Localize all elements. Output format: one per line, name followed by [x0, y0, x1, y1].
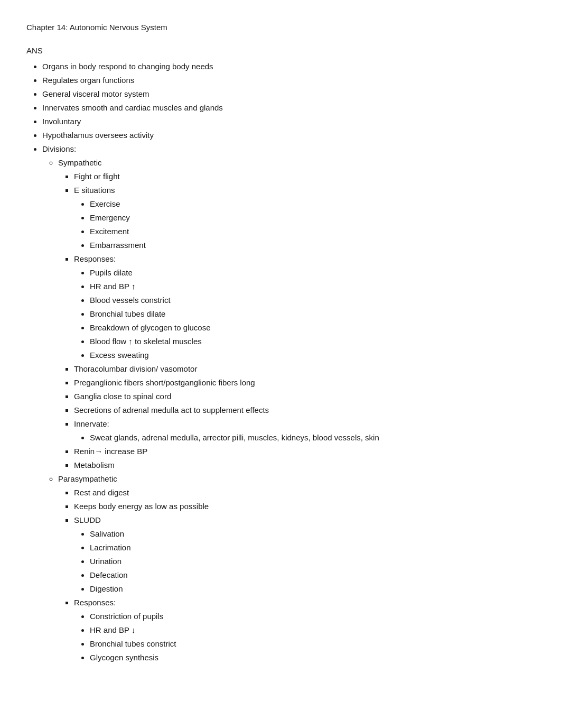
list-item: Hypothalamus oversees activity: [42, 129, 535, 142]
list-item: Organs in body respond to changing body …: [42, 60, 535, 73]
list-item: Glycogen synthesis: [90, 651, 535, 664]
list-item: Urination: [90, 555, 535, 568]
list-item: Ganglia close to spinal cord: [74, 390, 535, 403]
division-item: ParasympatheticRest and digestKeeps body…: [58, 473, 535, 664]
list-item: Responses:Pupils dilateHR and BP ↑Blood …: [74, 253, 535, 362]
list-item: General visceral motor system: [42, 88, 535, 100]
list-item: Fight or flight: [74, 170, 535, 183]
list-item: Secretions of adrenal medulla act to sup…: [74, 404, 535, 417]
section-label: ANS: [26, 44, 535, 57]
list-item: Sweat glands, adrenal medulla, arrector …: [90, 431, 535, 444]
list-item: SLUDDSalivationLacrimationUrinationDefec…: [74, 514, 535, 595]
page-title: Chapter 14: Autonomic Nervous System: [26, 21, 535, 34]
list-item: Renin→ increase BP: [74, 445, 535, 458]
ans-list: Organs in body respond to changing body …: [26, 60, 535, 664]
division-item: SympatheticFight or flightE situationsEx…: [58, 156, 535, 472]
list-item: Blood flow ↑ to skeletal muscles: [90, 335, 535, 348]
list-item: Constriction of pupils: [90, 610, 535, 623]
list-item: Preganglionic fibers short/postganglioni…: [74, 376, 535, 389]
list-item: HR and BP ↑: [90, 280, 535, 293]
list-item: Lacrimation: [90, 541, 535, 554]
list-item: Excitement: [90, 225, 535, 238]
list-item: Blood vessels constrict: [90, 294, 535, 307]
list-item: Rest and digest: [74, 486, 535, 499]
list-item: Keeps body energy as low as possible: [74, 500, 535, 513]
list-item: Innervates smooth and cardiac muscles an…: [42, 102, 535, 114]
list-item: Bronchial tubes constrict: [90, 638, 535, 650]
list-item: Divisions:SympatheticFight or flightE si…: [42, 143, 535, 664]
list-item: Involuntary: [42, 115, 535, 128]
list-item: Metabolism: [74, 459, 535, 472]
list-item: Thoracolumbar division/ vasomotor: [74, 363, 535, 375]
list-item: Regulates organ functions: [42, 74, 535, 87]
list-item: Emergency: [90, 211, 535, 224]
list-item: Defecation: [90, 569, 535, 582]
list-item: Excess sweating: [90, 349, 535, 362]
list-item: Pupils dilate: [90, 266, 535, 279]
list-item: Salivation: [90, 528, 535, 540]
list-item: Exercise: [90, 198, 535, 210]
list-item: Innervate:Sweat glands, adrenal medulla,…: [74, 418, 535, 444]
list-item: Digestion: [90, 583, 535, 595]
list-item: Breakdown of glycogen to glucose: [90, 321, 535, 334]
list-item: Responses:Constriction of pupilsHR and B…: [74, 596, 535, 664]
list-item: HR and BP ↓: [90, 624, 535, 637]
list-item: Bronchial tubes dilate: [90, 308, 535, 320]
list-item: Embarrassment: [90, 239, 535, 252]
list-item: E situationsExerciseEmergencyExcitementE…: [74, 184, 535, 252]
